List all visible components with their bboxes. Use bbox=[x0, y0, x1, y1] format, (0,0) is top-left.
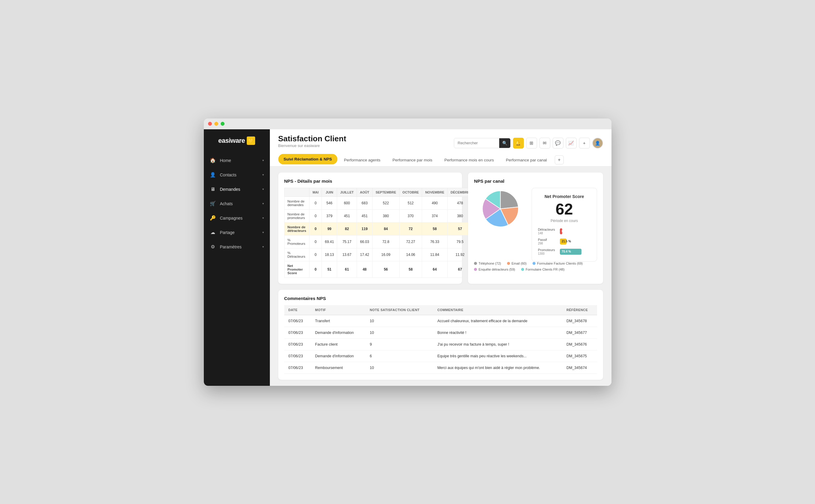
tab-performance-mois[interactable]: Performance par mois bbox=[387, 155, 438, 165]
sidebar-item-home[interactable]: 🏠 Home ▾ bbox=[204, 153, 270, 168]
legend-label: Téléphone (72) bbox=[479, 262, 501, 265]
bar-label: Passif298 bbox=[538, 238, 558, 245]
row-label: Nombre de détracteurs bbox=[284, 222, 309, 235]
search-button[interactable]: 🔍 bbox=[499, 138, 510, 148]
nps-details-card: NPS - Détails par mois MAI JUIN JUILLET … bbox=[278, 173, 462, 284]
table-row: % Promoteurs069.4175.1766.0372.872.2776.… bbox=[284, 235, 473, 248]
bar-count: 298 bbox=[538, 242, 543, 245]
comment-date: 07/06/23 bbox=[284, 315, 311, 327]
row-cell: 11.84 bbox=[422, 248, 448, 261]
comment-note: 10 bbox=[365, 327, 433, 338]
row-cell: 66.03 bbox=[356, 235, 372, 248]
legend-dot bbox=[474, 268, 477, 271]
col-header-juin: JUIN bbox=[322, 188, 337, 197]
row-cell: 512 bbox=[399, 197, 422, 209]
row-cell: 379 bbox=[322, 209, 337, 222]
bar-outer: 8% bbox=[560, 228, 591, 234]
nps-score-title: Net Promoter Score bbox=[545, 194, 584, 199]
legend-item: Formulaire Clients FR (48) bbox=[521, 268, 565, 271]
chat-button[interactable]: 💬 bbox=[553, 138, 564, 149]
row-cell: 99 bbox=[322, 222, 337, 235]
row-cell: 18.13 bbox=[322, 248, 337, 261]
logo-text: easiware bbox=[218, 137, 245, 145]
pie-row: Net Promoter Score 62 Période en cours D… bbox=[474, 188, 597, 262]
comment-reference: DM_345677 bbox=[562, 327, 597, 338]
chevron-down-icon: ▾ bbox=[262, 216, 264, 220]
pie-segment bbox=[501, 191, 519, 209]
sidebar-item-achats[interactable]: 🛒 Achats ▾ bbox=[204, 197, 270, 211]
chevron-down-icon: ▾ bbox=[262, 187, 264, 191]
sidebar-item-demandes[interactable]: 🖥 Demandes ▾ bbox=[204, 182, 270, 197]
search-input[interactable] bbox=[454, 138, 499, 148]
mail-button[interactable]: ✉ bbox=[540, 138, 550, 149]
table-row: % Détracteurs018.1313.6717.4216.0914.061… bbox=[284, 248, 473, 261]
chevron-down-icon: ▾ bbox=[262, 173, 264, 176]
partage-icon: ☁ bbox=[210, 229, 216, 235]
pie-chart bbox=[480, 188, 522, 230]
sidebar: easiware 💛 🏠 Home ▾ 👤 Contacts ▾ bbox=[204, 129, 270, 386]
bell-button[interactable]: 🔔 bbox=[513, 138, 524, 149]
bar-outer: 70.4 % bbox=[560, 249, 591, 255]
logo-icon: 💛 bbox=[247, 137, 255, 145]
comment-date: 07/06/23 bbox=[284, 338, 311, 350]
avatar[interactable]: 👤 bbox=[592, 138, 603, 149]
sidebar-item-contacts[interactable]: 👤 Contacts ▾ bbox=[204, 168, 270, 182]
chart-button[interactable]: 📈 bbox=[566, 138, 577, 149]
row-cell: 82 bbox=[337, 222, 357, 235]
col-header-octobre: OCTOBRE bbox=[399, 188, 422, 197]
minimize-btn[interactable] bbox=[214, 122, 218, 126]
row-cell: 72.27 bbox=[399, 235, 422, 248]
bar-count: 148 bbox=[538, 232, 543, 235]
row-label: Nombre de demandes bbox=[284, 197, 309, 209]
nps-bars: Détracteurs148 8% Passif298 21.5 % Promo… bbox=[538, 228, 591, 255]
chevron-down-icon: ▾ bbox=[262, 245, 264, 248]
row-cell: 0 bbox=[309, 235, 322, 248]
parametres-icon: ⚙ bbox=[210, 244, 216, 250]
row-label: % Promoteurs bbox=[284, 235, 309, 248]
table-row: Nombre de détracteurs0998211984725857 bbox=[284, 222, 473, 235]
row-cell: 17.42 bbox=[356, 248, 372, 261]
row-cell: 0 bbox=[309, 222, 322, 235]
col-header-label bbox=[284, 188, 309, 197]
comment-note: 9 bbox=[365, 338, 433, 350]
table-row: Nombre de demandes0546600683522512490478 bbox=[284, 197, 473, 209]
row-cell: 0 bbox=[309, 209, 322, 222]
table-row: Net Promoter Score051614856586467 bbox=[284, 261, 473, 277]
sidebar-item-home-label: Home bbox=[220, 158, 231, 163]
sidebar-item-parametres[interactable]: ⚙ Paramètres ▾ bbox=[204, 240, 270, 254]
grid-button[interactable]: ⊞ bbox=[526, 138, 537, 149]
row-cell: 48 bbox=[356, 261, 372, 277]
row-cell: 683 bbox=[356, 197, 372, 209]
row-cell: 58 bbox=[422, 222, 448, 235]
row-label: % Détracteurs bbox=[284, 248, 309, 261]
tab-performance-mois-cours[interactable]: Performance mois en cours bbox=[439, 155, 499, 165]
comment-motif: Transfert bbox=[311, 315, 365, 327]
sidebar-item-campagnes[interactable]: 🔑 Campagnes ▾ bbox=[204, 211, 270, 225]
legend-item: Email (60) bbox=[507, 262, 527, 265]
comment-reference: DM_345676 bbox=[562, 338, 597, 350]
comments-table: DATE MOTIF NOTE SATISFACTION CLIENT COMM… bbox=[284, 305, 597, 374]
row-cell: 72 bbox=[399, 222, 422, 235]
col-header-aout: AOÛT bbox=[356, 188, 372, 197]
home-icon: 🏠 bbox=[210, 157, 216, 163]
tab-performance-canal[interactable]: Performance par canal bbox=[501, 155, 552, 165]
row-cell: 58 bbox=[399, 261, 422, 277]
col-header-septembre: SEPTEMBRE bbox=[372, 188, 399, 197]
maximize-btn[interactable] bbox=[221, 122, 224, 126]
nps-table: MAI JUIN JUILLET AOÛT SEPTEMBRE OCTOBRE … bbox=[284, 188, 473, 278]
plus-button[interactable]: + bbox=[579, 138, 590, 149]
tab-performance-agents[interactable]: Performance agents bbox=[338, 155, 386, 165]
nps-canal-title: NPS par canal bbox=[474, 179, 597, 184]
row-cell: 370 bbox=[399, 209, 422, 222]
row-cell: 16.09 bbox=[372, 248, 399, 261]
close-btn[interactable] bbox=[208, 122, 212, 126]
row-cell: 546 bbox=[322, 197, 337, 209]
tab-add-button[interactable]: + bbox=[555, 155, 564, 164]
tab-suivi[interactable]: Suivi Réclamation & NPS bbox=[278, 154, 337, 164]
legend-dot bbox=[507, 262, 510, 265]
comment-motif: Facture client bbox=[311, 338, 365, 350]
demandes-icon: 🖥 bbox=[210, 186, 216, 192]
row-label: Nombre de promoteurs bbox=[284, 209, 309, 222]
row-label: Net Promoter Score bbox=[284, 261, 309, 277]
sidebar-item-partage[interactable]: ☁ Partage ▾ bbox=[204, 225, 270, 240]
